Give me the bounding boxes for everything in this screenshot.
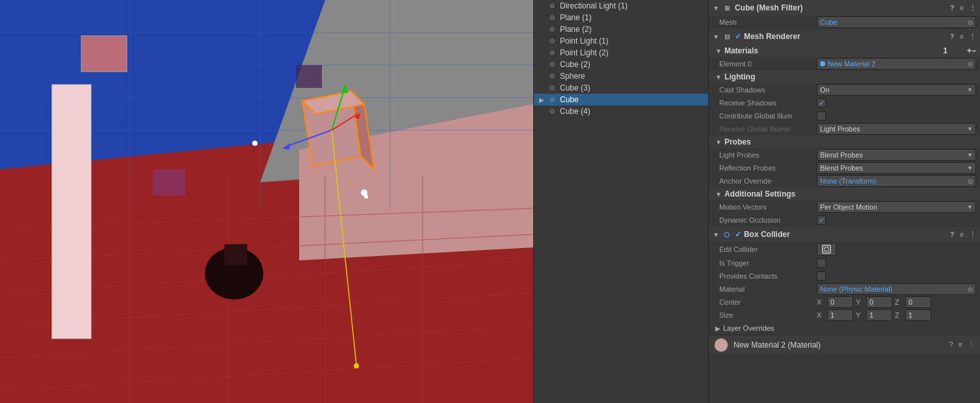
cast-shadows-dropdown[interactable]: On ▼: [817, 84, 976, 96]
svg-rect-29: [224, 244, 247, 265]
additional-settings-label: Additional Settings: [724, 189, 795, 199]
hierarchy-icon: ⊙: [547, 1, 557, 11]
mesh-renderer-icon: ⊟: [722, 31, 732, 42]
hierarchy-list: ⊙Directional Light (1)⊙Plane (1)⊙Plane (…: [534, 0, 708, 117]
svg-rect-22: [52, 85, 91, 339]
anchor-override-field[interactable]: None (Transform) ⊙: [817, 175, 976, 187]
hierarchy-icon: ⊙: [547, 48, 557, 58]
light-probes-arrow: ▼: [967, 152, 973, 158]
contribute-gi-checkbox[interactable]: [817, 111, 826, 120]
hierarchy-panel: ⊙Directional Light (1)⊙Plane (1)⊙Plane (…: [533, 0, 709, 403]
hierarchy-item-label: Cube (3): [560, 83, 590, 92]
materials-subheader[interactable]: ▼ Materials 1 + −: [709, 44, 980, 57]
additional-settings-subheader[interactable]: ▼ Additional Settings: [709, 188, 980, 201]
size-y-input[interactable]: 1: [866, 309, 892, 321]
scene-viewport[interactable]: [0, 0, 533, 403]
anchor-override-label: Anchor Override: [719, 177, 817, 185]
box-collider-checkbox[interactable]: ✓: [735, 230, 741, 239]
material-more[interactable]: ⋮: [968, 340, 975, 349]
receive-gi-label: Receive Global Illumin: [719, 125, 817, 133]
hierarchy-item-plane-2[interactable]: ⊙Plane (2): [534, 23, 708, 35]
hierarchy-icon: ⊙: [547, 83, 557, 93]
material-settings[interactable]: ≡: [959, 340, 962, 349]
box-collider-settings[interactable]: ≡: [960, 230, 964, 239]
receive-gi-arrow: ▼: [967, 126, 973, 132]
receive-gi-value: Light Probes: [820, 125, 860, 133]
center-x-input[interactable]: 0: [827, 296, 853, 308]
mesh-filter-help[interactable]: ?: [950, 4, 955, 12]
material-swatch: [714, 338, 728, 352]
hierarchy-icon: ⊙: [547, 94, 557, 105]
mesh-renderer-header[interactable]: ▼ ⊟ ✓ Mesh Renderer ? ≡ ⋮: [709, 29, 980, 44]
hierarchy-item-label: Cube (2): [560, 60, 590, 69]
probes-subheader[interactable]: ▼ Probes: [709, 135, 980, 148]
receive-gi-dropdown[interactable]: Light Probes ▼: [817, 123, 976, 135]
hierarchy-arrow: ▶: [539, 96, 547, 104]
hierarchy-item-label: Plane (2): [560, 25, 592, 34]
dynamic-occlusion-checkbox[interactable]: ✓: [817, 215, 826, 225]
center-y-label: Y: [856, 298, 864, 306]
receive-shadows-checkbox[interactable]: ✓: [817, 98, 826, 107]
edit-collider-button[interactable]: [817, 243, 836, 256]
collider-material-reset[interactable]: ⊙: [968, 286, 973, 293]
hierarchy-item-sphere[interactable]: ⊙Sphere: [534, 70, 708, 82]
inspector-panel: ▼ ⊞ Cube (Mesh Filter) ? ≡ ⋮ Mesh Cube ⊙…: [709, 0, 980, 403]
hierarchy-item-cube[interactable]: ▶⊙Cube: [534, 94, 708, 105]
material-footer-name: New Material 2 (Material): [734, 340, 821, 350]
provides-contacts-row: Provides Contacts: [709, 270, 980, 283]
mesh-renderer-title: Mesh Renderer: [744, 32, 801, 41]
mesh-row: Mesh Cube ⊙: [709, 16, 980, 29]
mesh-value-field[interactable]: Cube ⊙: [817, 16, 976, 28]
box-collider-title: Box Collider: [744, 230, 790, 239]
size-label: Size: [719, 311, 817, 319]
mesh-filter-more[interactable]: ⋮: [969, 4, 976, 12]
hierarchy-item-directional-light-1[interactable]: ⊙Directional Light (1): [534, 0, 708, 12]
size-z-input[interactable]: 1: [905, 309, 931, 321]
layer-overrides-row[interactable]: ▶ Layer Overrides: [709, 322, 980, 335]
box-collider-header[interactable]: ▼ ⬡ ✓ Box Collider ? ≡ ⋮: [709, 227, 980, 242]
lighting-subheader[interactable]: ▼ Lighting: [709, 70, 980, 83]
mesh-filter-header[interactable]: ▼ ⊞ Cube (Mesh Filter) ? ≡ ⋮: [709, 0, 980, 16]
mesh-renderer-checkbox[interactable]: ✓: [735, 32, 741, 41]
hierarchy-item-plane-1[interactable]: ⊙Plane (1): [534, 12, 708, 23]
hierarchy-item-cube-4[interactable]: ⊙Cube (4): [534, 105, 708, 117]
hierarchy-item-label: Point Light (1): [560, 36, 609, 46]
element0-reset-icon[interactable]: ⊙: [968, 61, 973, 68]
material-help[interactable]: ?: [949, 340, 953, 349]
material-footer[interactable]: New Material 2 (Material) ? ≡ ⋮: [709, 335, 980, 354]
materials-add-button[interactable]: +: [967, 46, 972, 55]
reflection-probes-dropdown[interactable]: Blend Probes ▼: [817, 162, 976, 174]
provides-contacts-checkbox[interactable]: [817, 271, 826, 281]
box-collider-help[interactable]: ?: [950, 230, 955, 239]
mesh-filter-settings[interactable]: ≡: [960, 4, 964, 12]
mesh-label: Mesh: [719, 18, 817, 26]
mesh-renderer-settings[interactable]: ≡: [960, 33, 964, 41]
hierarchy-item-label: Cube: [560, 95, 579, 104]
collider-material-field[interactable]: None (Physic Material) ⊙: [817, 283, 976, 295]
lighting-label: Lighting: [724, 72, 755, 81]
materials-remove-button[interactable]: −: [972, 46, 976, 55]
mesh-renderer-help[interactable]: ?: [950, 33, 955, 41]
reflection-probes-row: Reflection Probes Blend Probes ▼: [709, 161, 980, 174]
anchor-override-value: None (Transform): [820, 177, 876, 185]
center-y-input[interactable]: 0: [866, 296, 892, 308]
mesh-renderer-more[interactable]: ⋮: [969, 33, 976, 41]
box-collider-more[interactable]: ⋮: [969, 230, 976, 239]
layer-overrides-arrow: ▶: [715, 325, 721, 332]
hierarchy-item-point-light-1[interactable]: ⊙Point Light (1): [534, 35, 708, 47]
mesh-reset-icon[interactable]: ⊙: [968, 19, 973, 26]
size-x-input[interactable]: 1: [827, 309, 853, 321]
svg-rect-24: [81, 36, 127, 72]
motion-vectors-arrow: ▼: [967, 204, 973, 210]
hierarchy-item-cube-3[interactable]: ⊙Cube (3): [534, 82, 708, 94]
light-probes-dropdown[interactable]: Blend Probes ▼: [817, 149, 976, 161]
cast-shadows-value: On: [820, 86, 830, 94]
is-trigger-checkbox[interactable]: [817, 258, 826, 268]
hierarchy-item-point-light-2[interactable]: ⊙Point Light (2): [534, 47, 708, 59]
motion-vectors-dropdown[interactable]: Per Object Motion ▼: [817, 201, 976, 213]
center-z-input[interactable]: 0: [905, 296, 931, 308]
is-trigger-row: Is Trigger: [709, 257, 980, 270]
hierarchy-item-cube-2[interactable]: ⊙Cube (2): [534, 59, 708, 70]
element0-value-field[interactable]: New Material 2 ⊙: [817, 58, 976, 70]
anchor-override-reset[interactable]: ⊙: [968, 178, 973, 185]
